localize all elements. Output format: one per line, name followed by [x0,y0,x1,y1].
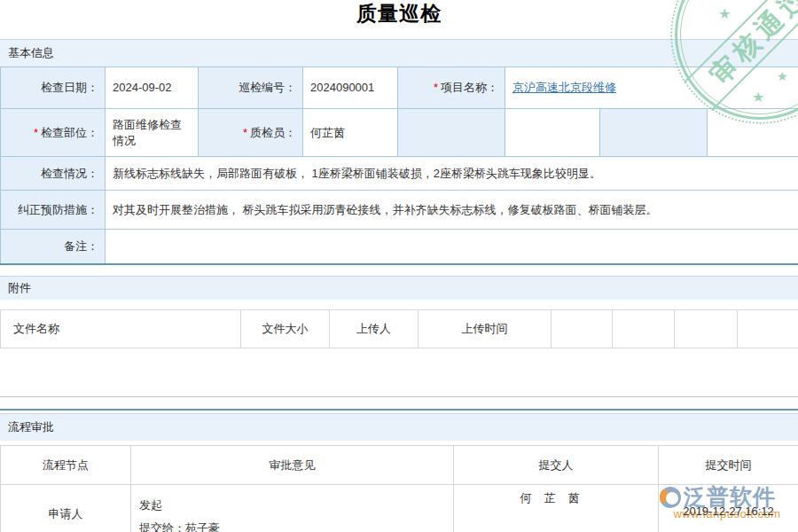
attachments-header-row: 文件名称 文件大小 上传人 上传时间 [1,310,798,348]
col-file-name: 文件名称 [1,310,241,348]
section-header-attachments: 附件 [0,276,798,300]
table-row: 备注： [1,230,798,264]
required-asterisk: * [434,81,438,94]
check-part-label: *检查部位： [1,109,106,157]
empty-label-cell [600,109,708,157]
col-submit-time: 提交时间 [659,446,798,485]
submit-time-value: 2019-12-27 16:12 [659,485,798,532]
table-row: 纠正预防措施： 对其及时开展整治措施， 桥头跳车拟采用沥青砼接线，并补齐缺失标志… [1,191,798,230]
approval-row: 申请人 发起 提交给：苑子豪 何芷茵 2019-12-27 16:12 [1,485,798,532]
submitter-signature: 何芷茵 [454,485,659,532]
empty-label-cell [398,109,505,157]
table-row: 检查情况： 新线标志标线缺失，局部路面有破板， 1座桥梁桥面铺装破损，2座桥梁桥… [1,157,798,191]
opinion-submit-to: 提交给：苑子豪 [139,520,453,532]
patrol-no-label: 巡检编号： [199,67,303,109]
col-file-size: 文件大小 [241,310,330,348]
attachments-table: 文件名称 文件大小 上传人 上传时间 [0,309,798,348]
col-approval-opinion: 审批意见 [131,446,454,485]
check-date-label: 检查日期： [1,67,106,109]
flow-node-value: 申请人 [1,485,131,532]
section-header-approval: 流程审批 [0,413,798,441]
approval-header-row: 流程节点 审批意见 提交人 提交时间 [1,446,798,485]
remark-value [106,230,798,264]
required-asterisk: * [243,126,247,139]
empty-header-cell [738,310,798,348]
remark-label: 备注： [1,230,106,264]
inspector-label-text: 质检员： [250,126,296,139]
col-submitter: 提交人 [454,446,659,485]
col-upload-time: 上传时间 [419,310,552,348]
col-flow-node: 流程节点 [1,446,131,485]
project-name-value-cell: 京沪高速北京段维修 [505,67,798,109]
empty-header-cell [613,310,675,348]
section-title-approval: 流程审批 [8,419,54,435]
opinion-initiate: 发起 [139,497,453,513]
col-uploader: 上传人 [330,310,419,348]
empty-header-cell [552,310,613,348]
corrective-measures-label: 纠正预防措施： [1,191,106,230]
inspector-label: *质检员： [199,109,303,157]
approval-opinion-cell: 发起 提交给：苑子豪 [131,485,454,532]
required-asterisk: * [34,126,38,139]
check-part-label-text: 检查部位： [41,126,98,139]
check-situation-label: 检查情况： [1,157,106,191]
project-name-label-text: 项目名称： [441,81,498,94]
check-situation-value: 新线标志标线缺失，局部路面有破板， 1座桥梁桥面铺装破损，2座桥梁桥头跳车现象比… [106,157,798,191]
section-divider [0,409,798,411]
section-title-basic-info: 基本信息 [8,45,54,61]
attachments-empty-area [0,348,798,397]
check-date-value: 2024-09-02 [106,67,199,109]
basic-info-table: 检查日期： 2024-09-02 巡检编号： 2024090001 *项目名称：… [0,66,798,265]
approval-table: 流程节点 审批意见 提交人 提交时间 申请人 发起 提交给：苑子豪 何芷茵 20… [0,445,798,532]
project-name-label: *项目名称： [398,67,505,109]
patrol-no-value: 2024090001 [303,67,398,109]
empty-header-cell [675,310,738,348]
empty-value-cell [708,109,798,157]
page-title: 质量巡检 [0,0,798,27]
corrective-measures-value: 对其及时开展整治措施， 桥头跳车拟采用沥青砼接线，并补齐缺失标志标线，修复破板路… [106,191,798,230]
table-row: *检查部位： 路面维修检查情况 *质检员： 何芷茵 [1,109,798,157]
section-header-basic-info: 基本信息 [0,39,798,66]
table-row: 检查日期： 2024-09-02 巡检编号： 2024090001 *项目名称：… [1,67,798,109]
project-name-link[interactable]: 京沪高速北京段维修 [512,81,616,94]
inspector-value: 何芷茵 [303,109,398,157]
empty-value-cell [505,109,600,157]
check-part-value: 路面维修检查情况 [106,109,199,157]
section-title-attachments: 附件 [8,280,31,296]
